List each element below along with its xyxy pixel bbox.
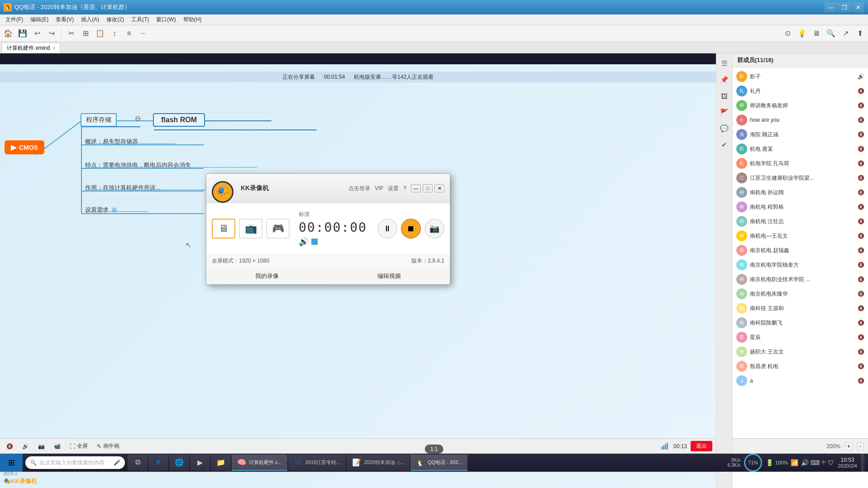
mindmap-area[interactable]: 正在分享屏幕 00:01:54 机电版安康……等142人正在观看 [0, 53, 716, 488]
zoom-in-button[interactable]: + [845, 442, 853, 450]
kk-login-link[interactable]: 点击登录 [348, 185, 370, 192]
toolbar-share[interactable]: ↗ [839, 27, 852, 40]
toolbar-home[interactable]: 🏠 [2, 27, 14, 40]
kk-screenshot-button[interactable]: 📷 [424, 219, 444, 239]
menu-modify[interactable]: 修改(2) [103, 15, 128, 24]
settings-node[interactable]: 设置需求 ⊕ [85, 206, 117, 214]
show-desktop-button[interactable] [861, 454, 864, 472]
start-button[interactable]: ⊞ [0, 454, 23, 472]
cmos-node[interactable]: ▶ CMOS [5, 140, 44, 154]
toolbar-list[interactable]: ≡ [123, 27, 135, 40]
kk-vip-link[interactable]: VIP [375, 185, 383, 191]
toolbar-search[interactable]: 🔍 [825, 27, 837, 40]
member-item[interactable]: 南南机电 孙运阔🔇 [733, 185, 868, 200]
member-item[interactable]: aa🔇 [733, 373, 868, 388]
toolbar-export[interactable]: ⬆ [854, 27, 866, 40]
toolbar-layout[interactable]: ⊞ [79, 27, 92, 40]
member-item[interactable]: 殷殷昌虎 机电🔇 [733, 359, 868, 373]
voice-search-icon[interactable]: 🎤 [114, 459, 120, 466]
kk-maximize-button[interactable]: □ [423, 184, 433, 192]
member-item[interactable]: 星星辰🔇 [733, 330, 868, 344]
kk-source-screen[interactable]: 🖥 [212, 219, 235, 239]
search-bar[interactable]: 🔍 在这里输入你要搜索的内容 🎤 [25, 456, 125, 469]
pip-button[interactable]: ✎ 画中画 [94, 441, 122, 451]
menu-help[interactable]: 帮助(H) [180, 15, 205, 24]
taskbar-app-mindmap[interactable]: 🧠 计算机硬件.x... [232, 455, 287, 471]
member-item[interactable]: hhow are you🔇 [733, 113, 868, 127]
tab-mindmap[interactable]: 计算机硬件.xmind × [2, 43, 60, 53]
menu-window[interactable]: 窗口(W) [153, 15, 179, 24]
mute-button[interactable]: 🔇 [4, 442, 16, 450]
taskbar-app-qq[interactable]: 🐧 QQ电话 - 202... [410, 455, 467, 471]
taskbar-app-task-view[interactable]: ⧉ [128, 455, 148, 471]
minimize-button[interactable]: — [825, 2, 837, 12]
tab-close-icon[interactable]: × [52, 46, 55, 51]
taskbar-app-folder[interactable]: 📁 [211, 455, 231, 471]
sidebar-chat-icon[interactable]: 💬 [718, 122, 731, 135]
member-item[interactable]: 师师训教务杨老师🔇 [733, 98, 868, 113]
member-item[interactable]: 南南机电 汪壮志🔇 [733, 214, 868, 229]
member-item[interactable]: 南南京机电 赵瑞鑫🔇 [733, 243, 868, 258]
taskbar-app-word2019[interactable]: W 2019江苏专转... [288, 455, 346, 471]
camera-button[interactable]: 📷 [35, 442, 48, 450]
menu-insert[interactable]: 插入(A) [77, 15, 103, 24]
kk-close-button[interactable]: ✕ [434, 184, 444, 192]
member-item[interactable]: 南南科院陈鹏飞🔇 [733, 316, 868, 330]
close-button[interactable]: ✕ [852, 2, 864, 12]
toolbar-zoom-fit[interactable]: ⊙ [781, 27, 794, 40]
taskbar-app-edge[interactable]: e [148, 455, 168, 471]
sidebar-pin-icon[interactable]: 📌 [718, 73, 731, 86]
features-node[interactable]: 特点：需要电池供电，断电后内容会消失 [85, 161, 191, 169]
toolbar-monitor[interactable]: 🖥 [810, 27, 823, 40]
member-item[interactable]: 机机电学院 孔马荷🔇 [733, 156, 868, 171]
kk-help-link[interactable]: ? [403, 185, 406, 191]
member-item[interactable]: 南南机电 程郭栋🔇 [733, 200, 868, 214]
restore-button[interactable]: ❐ [838, 2, 851, 12]
function-node[interactable]: 作用：存放计算机硬件所设... [85, 184, 161, 192]
member-item[interactable]: 机机电 唐某🔇 [733, 142, 868, 156]
kk-pause-button[interactable]: ⏸ [377, 219, 397, 239]
toolbar-more[interactable]: ··· [137, 27, 150, 40]
member-item[interactable]: 江江苏卫生健康职业学院梁...🔇 [733, 171, 868, 185]
kk-my-recordings-button[interactable]: 我的录像 [206, 268, 329, 284]
kk-edit-video-button[interactable]: 编辑视频 [329, 268, 450, 284]
kk-source-game[interactable]: 🎮 [266, 219, 290, 239]
flash-rom-node[interactable]: flash ROM [153, 113, 205, 127]
toolbar-redo[interactable]: ↪ [45, 27, 58, 40]
member-item[interactable]: 扬扬职大 王吉文🔇 [733, 344, 868, 359]
sidebar-image-icon[interactable]: 🖼 [718, 90, 731, 102]
menu-view[interactable]: 查看(V) [52, 15, 77, 24]
menu-file[interactable]: 文件(F) [2, 15, 27, 24]
kk-stop-button[interactable]: ⏹ [401, 219, 421, 239]
program-storage-node[interactable]: 程序存储 [81, 113, 117, 127]
member-item[interactable]: 影影子🔊 [733, 69, 868, 84]
member-item[interactable]: 南南京机电职业技术学院 ...🔇 [733, 272, 868, 287]
sidebar-check-icon[interactable]: ✔ [718, 139, 731, 151]
member-item[interactable]: 南南京机电朱隆华🔇 [733, 287, 868, 301]
member-item[interactable]: 海海院 顾正涵🔇 [733, 127, 868, 142]
volume-button[interactable]: 🔊 [19, 442, 32, 450]
taskbar-app-ie[interactable]: 🌐 [169, 455, 189, 471]
sidebar-flag-icon[interactable]: 🚩 [718, 106, 731, 119]
member-item[interactable]: 南南机电—王岳文🔇 [733, 229, 868, 243]
toolbar-arrow[interactable]: ↕ [108, 27, 121, 40]
menu-edit[interactable]: 编辑(E) [27, 15, 52, 24]
kk-source-window[interactable]: 📺 [239, 219, 262, 239]
toolbar-bulb[interactable]: 💡 [796, 27, 808, 40]
fullscreen-button[interactable]: ⛶ 全屏 [67, 441, 91, 451]
toolbar-paste[interactable]: 📋 [94, 27, 106, 40]
menu-tools[interactable]: 工具(T) [128, 15, 153, 24]
toolbar-undo[interactable]: ↩ [31, 27, 43, 40]
kk-settings-link[interactable]: 设置 [388, 185, 399, 192]
collapse-icon[interactable]: ⊖ [135, 114, 141, 123]
toolbar-save[interactable]: 💾 [16, 27, 29, 40]
overview-node[interactable]: 概述：易失型存储器 [85, 138, 138, 146]
toolbar-cut[interactable]: ✂ [65, 27, 77, 40]
taskbar-app-iqiyi[interactable]: ▶ [190, 455, 210, 471]
member-item[interactable]: 南南科技 王源和🔇 [733, 301, 868, 316]
member-item[interactable]: 南南京机电学院钱奎方🔇 [733, 258, 868, 272]
member-item[interactable]: 礼礼丹🔇 [733, 84, 868, 98]
zoom-out-button[interactable]: - [857, 442, 863, 450]
exit-button[interactable]: 退出 [691, 441, 712, 451]
sidebar-layout-icon[interactable]: ☰ [718, 57, 731, 70]
